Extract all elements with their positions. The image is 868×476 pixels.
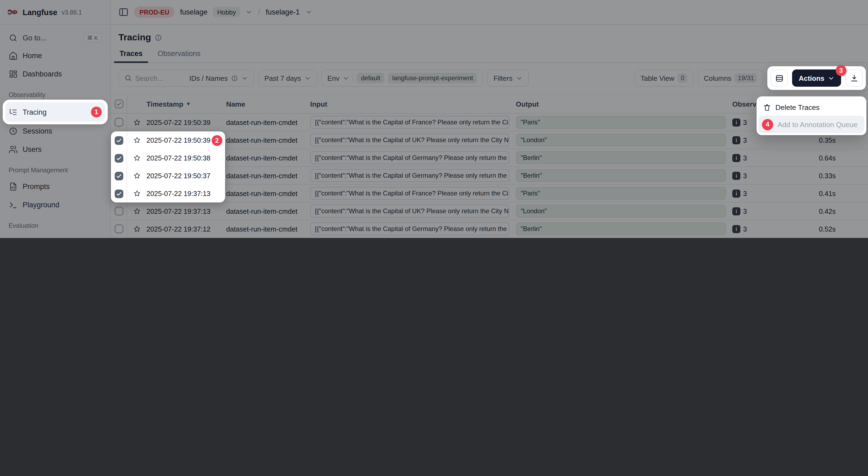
star-icon[interactable] — [133, 154, 141, 162]
header-name[interactable]: Name — [226, 100, 310, 108]
goto-label: Go to... — [23, 34, 46, 42]
goto-search[interactable]: Go to... ⌘ K — [5, 29, 105, 46]
actions-button[interactable]: Actions 3 — [792, 69, 841, 87]
header-input[interactable]: Input — [310, 100, 516, 108]
cell-input[interactable]: [{"content":"What is the Capital of Germ… — [310, 222, 509, 235]
cell-latency: 0.64s — [780, 154, 868, 162]
observations-icon: i — [732, 154, 740, 162]
search-type-label[interactable]: IDs / Names — [189, 74, 228, 82]
cell-output[interactable]: "Berlin" — [516, 222, 726, 235]
table-row[interactable]: 2025-07-22 19:37:12 dataset-run-item-cmd… — [111, 220, 868, 238]
sidebar-item-dashboards[interactable]: Dashboards — [5, 65, 105, 83]
cell-observations: i3 — [732, 225, 780, 233]
star-icon[interactable] — [133, 207, 141, 215]
sidebar-item-label: Playground — [23, 201, 60, 209]
row-checkbox-checked[interactable] — [115, 189, 123, 198]
row-checkbox-checked[interactable] — [115, 154, 123, 162]
sidebar-item-users[interactable]: Users — [5, 140, 105, 158]
columns-button[interactable]: Columns 19/31 — [698, 69, 763, 87]
cell-input[interactable]: [{"content":"What is the Capital of Fran… — [310, 187, 509, 200]
observations-icon: i — [732, 136, 740, 144]
cell-name: dataset-run-item-cmdet — [226, 207, 310, 215]
sidebar-item-prompts[interactable]: Prompts — [5, 178, 105, 195]
row-checkbox-checked[interactable] — [115, 171, 123, 180]
info-icon[interactable] — [155, 34, 162, 41]
star-icon[interactable] — [133, 118, 141, 126]
sidebar-item-home[interactable]: Home — [5, 47, 105, 65]
cell-name: dataset-run-item-cmdet — [226, 171, 310, 180]
star-icon[interactable] — [133, 190, 141, 198]
menu-item-add-to-annotation-queue[interactable]: 4 Add to Annotation Queue — [759, 116, 864, 133]
sidebar-section-label: Prompt Management — [5, 158, 105, 177]
cell-input[interactable]: [{"content":"What is the Capital of UK? … — [310, 133, 509, 147]
breadcrumb-separator: / — [258, 7, 260, 17]
step-badge-2: 2 — [212, 135, 222, 146]
cell-input[interactable]: [{"content":"What is the Capital of Germ… — [310, 169, 509, 182]
cell-timestamp: 2025-07-22 19:37:12 — [147, 225, 226, 233]
step-badge-4: 4 — [762, 119, 773, 130]
search-icon — [124, 74, 132, 82]
table-view-button[interactable]: Table View 0 — [634, 69, 693, 87]
header-output[interactable]: Output — [516, 100, 732, 108]
cell-input[interactable]: [{"content":"What is the Capital of Fran… — [310, 116, 509, 129]
select-all-checkbox[interactable] — [115, 100, 123, 108]
tab-observations[interactable]: Observations — [157, 50, 202, 62]
table-row[interactable]: 2025-07-22 19:50:39 dataset-run-item-cmd… — [111, 114, 868, 131]
row-checkbox[interactable] — [115, 225, 123, 233]
export-button[interactable] — [845, 69, 863, 87]
table-row[interactable]: 2025-07-22 19:37:13 dataset-run-item-cmd… — [111, 202, 868, 220]
cell-name: dataset-run-item-cmdet — [226, 118, 310, 126]
environment-badge: PROD-EU — [134, 6, 175, 18]
star-icon[interactable] — [133, 136, 141, 144]
table-view-count: 0 — [678, 73, 688, 83]
cell-output[interactable]: "London" — [516, 204, 726, 218]
chevron-down-icon — [343, 74, 350, 82]
org-breadcrumb[interactable]: fuselage — [180, 8, 208, 16]
selected-row[interactable]: 2025-07-22 19:37:13 — [111, 185, 225, 202]
sidebar-item-sessions[interactable]: Sessions — [5, 122, 105, 140]
divider — [353, 74, 353, 83]
sidebar-item-tracing[interactable]: Tracing 1 — [5, 102, 105, 122]
selected-row[interactable]: 2025-07-22 19:50:39 2 — [111, 131, 225, 149]
date-range-select[interactable]: Past 7 days — [258, 69, 317, 87]
filters-button[interactable]: Filters — [488, 69, 529, 87]
env-filter[interactable]: Env default langfuse-prompt-experiment — [321, 69, 483, 87]
topbar: PROD-EU fuselage Hobby / fuselage-1 — [111, 0, 868, 25]
menu-item-delete-traces[interactable]: Delete Traces — [759, 99, 864, 116]
cell-name: dataset-run-item-cmdet — [226, 189, 310, 197]
header-timestamp[interactable]: Timestamp ▼ — [147, 100, 226, 108]
cell-timestamp: 2025-07-22 19:50:37 — [147, 172, 211, 180]
dashboards-icon — [9, 69, 18, 78]
cell-output[interactable]: "Berlin" — [516, 169, 726, 182]
sidebar-item-scores[interactable]: Scores — [5, 233, 105, 238]
star-icon[interactable] — [133, 225, 141, 233]
selected-row[interactable]: 2025-07-22 19:50:38 — [111, 149, 225, 167]
row-height-button[interactable] — [771, 69, 788, 87]
cell-output[interactable]: "Paris" — [516, 187, 726, 200]
cell-input[interactable]: [{"content":"What is the Capital of UK? … — [310, 204, 509, 218]
prompts-icon — [9, 182, 18, 191]
cell-output[interactable]: "Berlin" — [516, 151, 726, 164]
cell-output[interactable]: "London" — [516, 133, 726, 147]
row-checkbox[interactable] — [115, 207, 123, 215]
cell-input[interactable]: [{"content":"What is the Capital of Germ… — [310, 151, 509, 164]
sidebar-item-playground[interactable]: Playground — [5, 196, 105, 214]
project-breadcrumb[interactable]: fuselage-1 — [266, 8, 300, 16]
chevron-down-icon[interactable] — [246, 9, 252, 15]
star-icon[interactable] — [133, 172, 141, 180]
row-checkbox[interactable] — [115, 118, 123, 127]
env-value-chip: default — [357, 73, 385, 84]
cell-output[interactable]: "Paris" — [516, 116, 726, 129]
sort-desc-icon: ▼ — [186, 101, 191, 106]
toolbar: Search... IDs / Names Past 7 days — [111, 63, 868, 93]
selected-row[interactable]: 2025-07-22 19:50:37 — [111, 167, 225, 185]
observations-icon: i — [732, 225, 740, 233]
tab-traces[interactable]: Traces — [119, 50, 144, 62]
brand-name: Langfuse — [23, 8, 57, 17]
search-input[interactable]: Search... IDs / Names — [119, 69, 254, 87]
row-checkbox-checked[interactable] — [115, 136, 123, 145]
chevron-down-icon[interactable] — [305, 9, 312, 15]
plan-badge: Hobby — [213, 7, 240, 17]
chevron-down-icon — [304, 74, 311, 82]
sidebar-toggle-icon[interactable] — [119, 7, 129, 17]
